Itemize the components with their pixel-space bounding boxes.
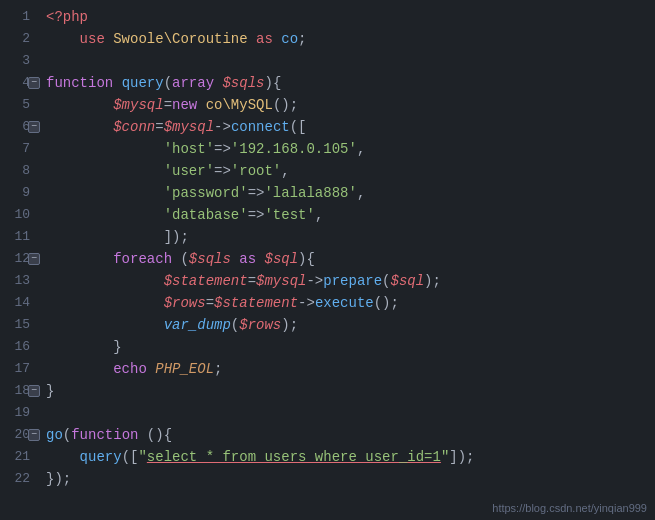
code-line-19 [46, 402, 655, 424]
fold-icon-6[interactable]: − [28, 121, 40, 133]
code-line-4: − function query(array $sqls){ [46, 72, 655, 94]
code-line-16: } [46, 336, 655, 358]
code-line-5: $mysql=new co\MySQL(); [46, 94, 655, 116]
code-line-22: }); [46, 468, 655, 490]
code-line-11: ]); [46, 226, 655, 248]
code-editor: 1 2 3 4 5 6 7 8 9 10 11 12 13 14 15 16 1… [0, 0, 655, 520]
code-line-7: 'host'=>'192.168.0.105', [46, 138, 655, 160]
code-line-20: − go(function (){ [46, 424, 655, 446]
code-line-9: 'password'=>'lalala888', [46, 182, 655, 204]
fold-icon-4[interactable]: − [28, 77, 40, 89]
code-line-14: $rows=$statement->execute(); [46, 292, 655, 314]
code-line-6: − $conn=$mysql->connect([ [46, 116, 655, 138]
code-line-17: echo PHP_EOL; [46, 358, 655, 380]
code-line-13: $statement=$mysql->prepare($sql); [46, 270, 655, 292]
code-line-3 [46, 50, 655, 72]
code-line-1: <?php [46, 6, 655, 28]
code-line-2: use Swoole\Coroutine as co; [46, 28, 655, 50]
code-line-21: query(["select * from users where user_i… [46, 446, 655, 468]
code-line-18: − } [46, 380, 655, 402]
code-line-8: 'user'=>'root', [46, 160, 655, 182]
watermark: https://blog.csdn.net/yinqian999 [492, 502, 647, 514]
fold-icon-18[interactable]: − [28, 385, 40, 397]
fold-icon-20[interactable]: − [28, 429, 40, 441]
fold-icon-12[interactable]: − [28, 253, 40, 265]
code-line-10: 'database'=>'test', [46, 204, 655, 226]
token-php-open: <?php [46, 6, 88, 28]
code-content: <?php use Swoole\Coroutine as co; − func… [38, 4, 655, 516]
code-line-15: var_dump($rows); [46, 314, 655, 336]
code-line-12: − foreach ($sqls as $sql){ [46, 248, 655, 270]
